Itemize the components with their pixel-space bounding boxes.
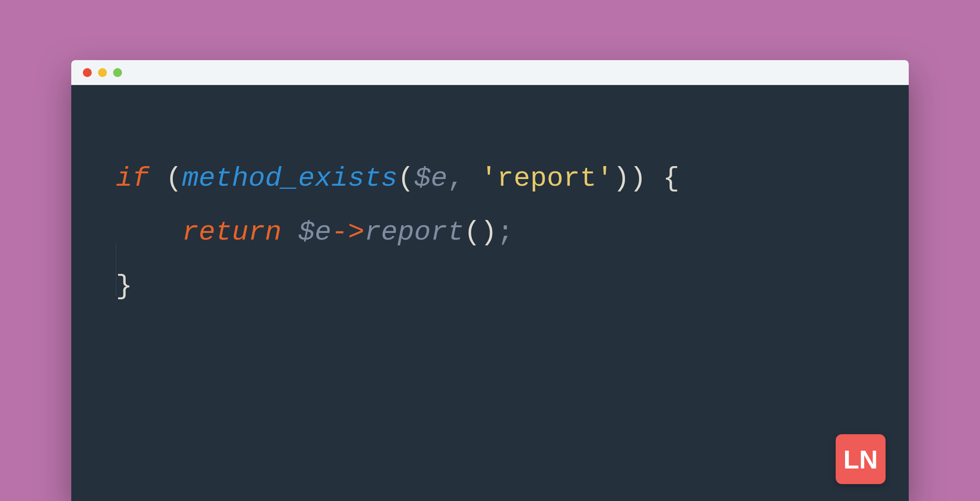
keyword-return: return: [182, 216, 282, 248]
paren-open: (: [166, 163, 182, 194]
brace-close: }: [116, 270, 132, 302]
code-block: if (method_exists($e, 'report')) { retur…: [116, 152, 882, 314]
code-editor: if (method_exists($e, 'report')) { retur…: [71, 85, 909, 314]
paren-close-inner: ): [613, 163, 629, 194]
window-titlebar: [71, 60, 909, 85]
code-window: if (method_exists($e, 'report')) { retur…: [71, 60, 909, 501]
minimize-icon[interactable]: [98, 68, 107, 77]
keyword-if: if: [116, 163, 149, 194]
ln-badge: LN: [836, 434, 886, 484]
close-icon[interactable]: [83, 68, 92, 77]
function-name: method_exists: [182, 163, 398, 194]
paren-close: ): [481, 216, 497, 248]
method-name: report: [364, 216, 464, 248]
variable: $e: [414, 163, 447, 194]
paren-open: (: [464, 216, 480, 248]
variable: $e: [298, 216, 331, 248]
indent-guide: [116, 243, 116, 296]
indent: [116, 216, 182, 248]
brace-open: {: [663, 163, 679, 194]
semicolon: ;: [497, 216, 514, 248]
comma: ,: [447, 163, 464, 194]
paren-close: ): [630, 163, 646, 194]
maximize-icon[interactable]: [113, 68, 122, 77]
paren-open-inner: (: [398, 163, 414, 194]
string-literal: 'report': [481, 163, 613, 194]
arrow-operator: ->: [331, 216, 364, 248]
badge-text: LN: [843, 444, 878, 474]
